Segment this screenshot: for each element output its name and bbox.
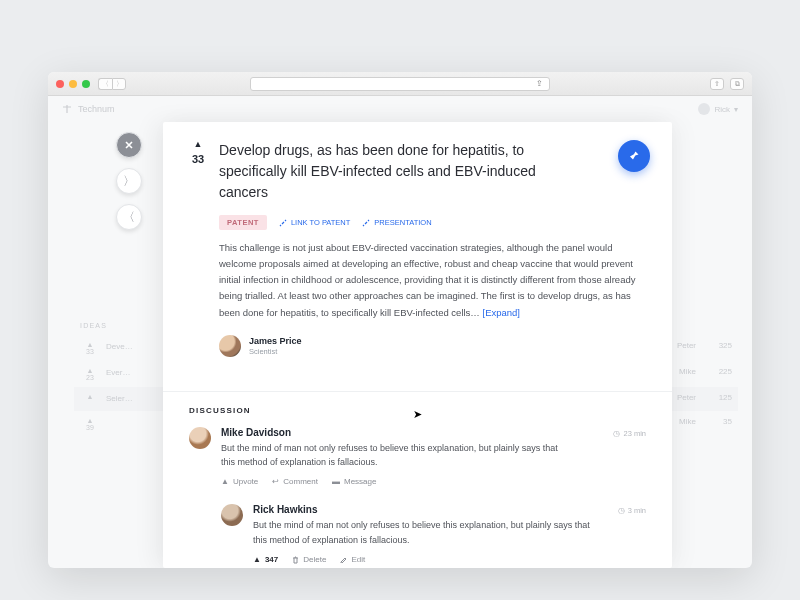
prev-button[interactable]: 〈 xyxy=(116,204,142,230)
reply-action[interactable]: ↩ Comment xyxy=(272,477,318,486)
zoom-window-dot[interactable] xyxy=(82,80,90,88)
pin-button[interactable] xyxy=(618,140,650,172)
clock-icon: ◷ xyxy=(618,506,625,515)
message-action[interactable]: ▬ Message xyxy=(332,477,376,486)
modal-rail: 〉 〈 xyxy=(116,132,142,230)
forward-button[interactable]: 〉 xyxy=(112,78,126,90)
author-row: James Price Scientist xyxy=(219,335,646,357)
close-button[interactable] xyxy=(116,132,142,158)
url-bar[interactable]: ⇪ xyxy=(250,77,550,91)
comment-author: Mike Davidson xyxy=(221,427,646,438)
comment-text: But the mind of man not only refuses to … xyxy=(221,441,561,470)
brand: Technum xyxy=(62,104,115,114)
upvote-triangle[interactable]: ▲ xyxy=(194,140,203,149)
cursor-icon: ➤ xyxy=(413,408,422,421)
expand-link[interactable]: [Expand] xyxy=(483,307,521,318)
share-button[interactable]: ⇧ xyxy=(710,78,724,90)
delete-action[interactable]: Delete xyxy=(292,555,326,564)
author-name: James Price xyxy=(249,336,302,346)
clock-icon: ◷ xyxy=(613,429,620,438)
avatar xyxy=(189,427,211,449)
back-button[interactable]: 〈 xyxy=(98,78,112,90)
author-role: Scientist xyxy=(249,347,302,356)
traffic-lights xyxy=(56,80,90,88)
idea-description: This challenge is not just about EBV-dir… xyxy=(219,240,646,321)
brand-icon xyxy=(62,104,72,114)
patent-tag: PATENT xyxy=(219,215,267,230)
upvote-action[interactable]: ▲ Upvote xyxy=(221,477,258,486)
idea-card: ▲ 33 Develop drugs, as has been done for… xyxy=(163,122,672,568)
background-header: Technum Rick ▾ xyxy=(48,96,752,122)
tabs-button[interactable]: ⧉ xyxy=(730,78,744,90)
next-button[interactable]: 〉 xyxy=(116,168,142,194)
user-menu[interactable]: Rick ▾ xyxy=(698,103,738,115)
avatar xyxy=(698,103,710,115)
avatar xyxy=(219,335,241,357)
titlebar: 〈 〉 ⇪ ⇧ ⧉ xyxy=(48,72,752,96)
pin-icon xyxy=(628,150,640,162)
browser-window: 〈 〉 ⇪ ⇧ ⧉ Technum Rick ▾ IDEAS ▲33Deve…P… xyxy=(48,72,752,568)
vote-count[interactable]: ▲ 347 xyxy=(253,555,278,564)
comment-row: Rick Hawkins But the mind of man not onl… xyxy=(221,504,646,564)
vote-column: ▲ 33 xyxy=(189,140,207,203)
comment-time: ◷23 min xyxy=(613,429,646,438)
vote-count: 33 xyxy=(192,153,204,165)
presentation-link[interactable]: PRESENTATION xyxy=(362,218,431,227)
comment-text: But the mind of man not only refuses to … xyxy=(253,518,593,547)
nav-back-forward: 〈 〉 xyxy=(98,78,126,90)
comment-row: Mike Davidson But the mind of man not on… xyxy=(189,427,646,487)
minimize-window-dot[interactable] xyxy=(69,80,77,88)
link-to-patent[interactable]: LINK TO PATENT xyxy=(279,218,350,227)
avatar xyxy=(221,504,243,526)
chevron-down-icon: ▾ xyxy=(734,105,738,114)
comment-author: Rick Hawkins xyxy=(253,504,646,515)
close-window-dot[interactable] xyxy=(56,80,64,88)
comment-time: ◷3 min xyxy=(618,506,646,515)
idea-title: Develop drugs, as has been done for hepa… xyxy=(219,140,549,203)
reader-icon: ⇪ xyxy=(536,79,543,88)
edit-action[interactable]: Edit xyxy=(340,555,365,564)
